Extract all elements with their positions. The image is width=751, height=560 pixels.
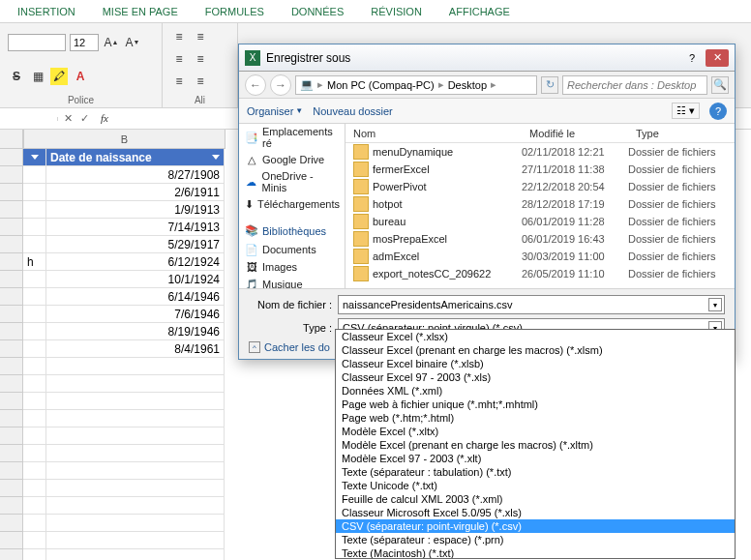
font-name-combo[interactable] — [8, 34, 66, 51]
row-header[interactable] — [0, 201, 23, 219]
cell[interactable] — [46, 375, 225, 393]
cell-a[interactable] — [23, 323, 46, 340]
file-row[interactable]: PowerPivot22/12/2018 20:54Dossier de fic… — [345, 178, 735, 195]
tab-data[interactable]: DONNÉES — [278, 2, 357, 21]
file-row[interactable]: bureau06/01/2019 11:28Dossier de fichier… — [345, 213, 735, 230]
nav-forward-button[interactable]: → — [270, 74, 291, 96]
col-modified[interactable]: Modifié le — [522, 128, 628, 139]
cell[interactable] — [46, 497, 225, 515]
cell-b[interactable]: 6/14/1946 — [46, 288, 225, 306]
cell[interactable] — [23, 410, 46, 427]
cell-b[interactable]: 2/6/1911 — [46, 184, 225, 201]
row-header[interactable] — [0, 445, 23, 462]
cell-a[interactable] — [23, 166, 46, 184]
align-top-icon[interactable]: ≡ — [170, 28, 188, 45]
row-header[interactable] — [0, 340, 23, 358]
row-header[interactable] — [0, 166, 23, 184]
cell[interactable] — [23, 393, 46, 410]
format-option[interactable]: Page web (*.htm;*.html) — [336, 411, 735, 425]
align-middle-icon[interactable]: ≡ — [192, 28, 209, 45]
strike-button[interactable]: S — [8, 68, 25, 85]
nav-back-button[interactable]: ← — [245, 74, 266, 96]
cell[interactable] — [23, 358, 46, 375]
align-center-icon[interactable]: ≡ — [170, 73, 188, 90]
format-option[interactable]: Texte (séparateur : espace) (*.prn) — [336, 533, 735, 546]
format-option[interactable]: Classeur Excel binaire (*.xlsb) — [336, 357, 735, 370]
format-option[interactable]: Modèle Excel 97 - 2003 (*.xlt) — [336, 452, 735, 465]
align-right-icon[interactable]: ≡ — [192, 73, 209, 90]
cell-b[interactable]: 8/4/1961 — [46, 340, 225, 358]
format-option[interactable]: Classeur Excel (prenant en charge les ma… — [336, 343, 735, 357]
tab-pagelayout[interactable]: MISE EN PAGE — [89, 2, 192, 21]
cell[interactable] — [46, 445, 225, 462]
nav-gdrive[interactable]: Google Drive — [262, 154, 324, 165]
format-option[interactable]: Classeur Excel (*.xlsx) — [336, 330, 735, 343]
file-list[interactable]: menuDynamique02/11/2018 12:21Dossier de … — [345, 143, 735, 288]
cell-a[interactable] — [23, 236, 46, 253]
decrease-font-icon[interactable]: A▼ — [124, 34, 141, 51]
breadcrumb-desktop[interactable]: Desktop — [448, 79, 487, 91]
row-header[interactable] — [0, 515, 23, 532]
name-box[interactable] — [0, 117, 58, 121]
tab-formulas[interactable]: FORMULES — [192, 2, 278, 21]
align-bottom-icon[interactable]: ≡ — [170, 50, 188, 68]
navigation-pane[interactable]: 📑Emplacements ré △Google Drive ☁OneDrive… — [239, 124, 345, 288]
cell-a[interactable] — [23, 306, 46, 323]
border-button[interactable]: ▦ — [29, 68, 46, 85]
nav-recent[interactable]: Emplacements ré — [262, 126, 339, 149]
fill-color-button[interactable]: 🖍 — [50, 68, 68, 85]
cell[interactable] — [23, 549, 46, 560]
search-icon[interactable]: 🔍 — [711, 76, 729, 94]
row-header[interactable] — [0, 393, 23, 410]
cell[interactable] — [46, 427, 225, 445]
col-type[interactable]: Type — [628, 128, 735, 139]
file-row[interactable]: admExcel30/03/2019 11:00Dossier de fichi… — [345, 248, 735, 265]
format-option[interactable]: Feuille de calcul XML 2003 (*.xml) — [336, 492, 735, 506]
nav-libraries[interactable]: Bibliothèques — [262, 225, 326, 237]
row-header[interactable] — [0, 306, 23, 323]
nav-onedrive[interactable]: OneDrive - Minis — [262, 170, 339, 193]
row-header[interactable] — [0, 549, 23, 560]
dialog-titlebar[interactable]: X Enregistrer sous ? ✕ — [239, 44, 735, 72]
help-window-button[interactable]: ? — [680, 49, 704, 67]
column-header-b[interactable]: B — [24, 130, 225, 149]
accept-formula-icon[interactable]: ✓ — [80, 112, 89, 125]
select-all-corner[interactable] — [0, 130, 23, 149]
cell[interactable] — [23, 445, 46, 462]
nav-images[interactable]: Images — [262, 261, 297, 273]
breadcrumb-pc[interactable]: Mon PC (Compaq-PC) — [327, 79, 435, 91]
format-option[interactable]: Page web à fichier unique (*.mht;*.mhtml… — [336, 398, 735, 411]
cell[interactable] — [23, 497, 46, 515]
search-input[interactable]: Rechercher dans : Desktop — [562, 75, 707, 95]
cell[interactable] — [23, 462, 46, 480]
cell-a[interactable]: h — [23, 253, 46, 271]
font-size-combo[interactable]: 12 — [70, 34, 99, 51]
format-option[interactable]: Texte Unicode (*.txt) — [336, 479, 735, 492]
format-option[interactable]: Modèle Excel (*.xltx) — [336, 425, 735, 438]
row-header[interactable] — [0, 149, 23, 166]
nav-music[interactable]: Musique — [262, 279, 303, 288]
view-options-button[interactable]: ☷ ▾ — [672, 103, 700, 119]
format-option[interactable]: Données XML (*.xml) — [336, 384, 735, 398]
row-header[interactable] — [0, 271, 23, 288]
cancel-formula-icon[interactable]: ✕ — [64, 112, 73, 125]
file-row[interactable]: mosPrepaExcel06/01/2019 16:43Dossier de … — [345, 230, 735, 248]
cell-a[interactable] — [23, 219, 46, 236]
organize-menu[interactable]: Organiser ▼ — [247, 105, 303, 117]
row-header[interactable] — [0, 236, 23, 253]
cell[interactable] — [46, 462, 225, 480]
cell-a[interactable] — [23, 288, 46, 306]
file-row[interactable]: hotpot28/12/2018 17:19Dossier de fichier… — [345, 195, 735, 213]
tab-insertion[interactable]: INSERTION — [4, 2, 89, 21]
filetype-dropdown[interactable]: Classeur Excel (*.xlsx)Classeur Excel (p… — [335, 329, 736, 559]
cell-a[interactable] — [23, 340, 46, 358]
row-header[interactable] — [0, 219, 23, 236]
cell-b[interactable]: 1/9/1913 — [46, 201, 225, 219]
col-name[interactable]: Nom — [345, 128, 522, 139]
row-header[interactable] — [0, 375, 23, 393]
tab-view[interactable]: AFFICHAGE — [436, 2, 524, 21]
cell-b[interactable]: 6/12/1924 — [46, 253, 225, 271]
row-header[interactable] — [0, 427, 23, 445]
cell[interactable] — [46, 549, 225, 560]
row-header[interactable] — [0, 410, 23, 427]
